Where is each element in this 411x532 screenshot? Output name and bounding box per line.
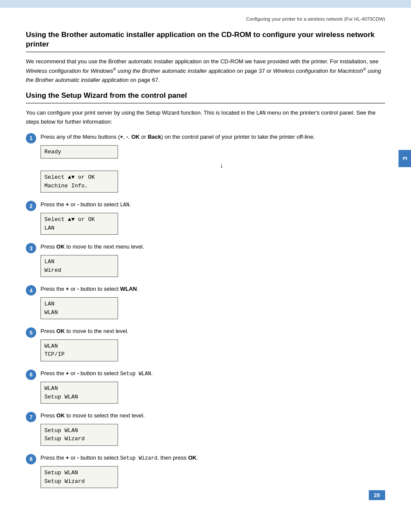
- section1-italic2: Wireless configuration for Macintosh: [273, 68, 363, 74]
- step-1-key2: -: [126, 134, 128, 140]
- section1-divider: [26, 52, 385, 52]
- step-6-content: Press the + or - button to select Setup …: [40, 369, 385, 405]
- steps-list: 1 Press any of the Menu buttons (+, -, O…: [26, 133, 385, 490]
- step-6-lcd1: WLANSetup WLAN: [40, 382, 118, 404]
- step-1: 1 Press any of the Menu buttons (+, -, O…: [26, 133, 385, 194]
- step-5-bold: OK: [56, 328, 65, 334]
- step-1-lcd2: Select ▲▼ or OKMachine Info.: [40, 171, 118, 193]
- step-4-lcd1: LANWLAN: [40, 297, 118, 319]
- step-number-7: 7: [26, 412, 36, 422]
- step-3-bold: OK: [56, 243, 65, 250]
- step-4-text: Press the + or - button to select WLAN.: [40, 285, 385, 294]
- step-7-bold: OK: [56, 412, 65, 419]
- step-4-wlan: WLAN: [120, 286, 137, 292]
- step-number-5: 5: [26, 327, 36, 338]
- step-2-bold2: -: [77, 201, 79, 208]
- section2-divider: [26, 103, 385, 103]
- lan-mono: LAN: [256, 110, 266, 116]
- step-2-text: Press the + or - button to select LAN.: [40, 200, 385, 209]
- step-1-lcd1: Ready: [40, 145, 118, 159]
- step-2-mono: LAN: [120, 202, 130, 208]
- section2-title: Using the Setup Wizard from the control …: [26, 91, 385, 100]
- top-bar: [0, 0, 411, 8]
- step-7-text: Press OK to move to select the next leve…: [40, 411, 385, 420]
- step-number-4: 4: [26, 285, 36, 296]
- step-5: 5 Press OK to move to the next level. WL…: [26, 327, 385, 363]
- step-8-bold: +: [66, 454, 69, 461]
- step-2-lcd1: Select ▲▼ or OKLAN: [40, 213, 118, 235]
- step-6-bold: +: [66, 370, 69, 376]
- section1-title: Using the Brother automatic installer ap…: [26, 30, 385, 49]
- step-number-6: 6: [26, 370, 36, 380]
- step-5-lcd1: WLANTCP/IP: [40, 339, 118, 361]
- step-7-content: Press OK to move to select the next leve…: [40, 411, 385, 448]
- step-8-ok: OK: [188, 454, 197, 461]
- step-8-lcd1: Setup WLANSetup Wizard: [40, 466, 118, 488]
- step-4: 4 Press the + or - button to select WLAN…: [26, 285, 385, 321]
- step-1-text: Press any of the Menu buttons (+, -, OK …: [40, 133, 385, 142]
- step-2-bold: +: [66, 201, 69, 208]
- step-1-keys: +: [120, 134, 123, 140]
- step-2-content: Press the + or - button to select LAN. S…: [40, 200, 385, 236]
- step-4-bold2: -: [77, 286, 79, 292]
- step-1-arrow: ↓: [58, 162, 385, 169]
- section1-italic1: Wireless configuration for Windows: [26, 68, 113, 74]
- step-number-2: 2: [26, 201, 36, 211]
- step-6-bold2: -: [77, 370, 79, 376]
- step-3-lcd1: LANWired: [40, 255, 118, 277]
- step-6-mono: Setup WLAN: [120, 371, 151, 377]
- step-number-8: 8: [26, 454, 36, 464]
- step-7: 7 Press OK to move to select the next le…: [26, 411, 385, 448]
- step-5-text: Press OK to move to the next level.: [40, 327, 385, 336]
- step-8-bold2: -: [77, 454, 79, 461]
- step-1-content: Press any of the Menu buttons (+, -, OK …: [40, 133, 385, 194]
- step-number-3: 3: [26, 243, 36, 253]
- section1-text3: on page 67.: [128, 77, 159, 83]
- step-6-text: Press the + or - button to select Setup …: [40, 369, 385, 378]
- side-tab: 3: [399, 150, 411, 167]
- step-1-key4: Back: [148, 134, 161, 140]
- breadcrumb: Configuring your printer for a wireless …: [26, 16, 385, 22]
- page-container: Configuring your printer for a wireless …: [0, 8, 411, 513]
- section1-text1: We recommend that you use the Brother au…: [26, 58, 378, 65]
- step-5-content: Press OK to move to the next level. WLAN…: [40, 327, 385, 363]
- page-number: 28: [369, 490, 385, 500]
- section1-text2: on page 37 or: [235, 68, 273, 74]
- step-4-content: Press the + or - button to select WLAN. …: [40, 285, 385, 321]
- step-3-content: Press OK to move to the next menu level.…: [40, 243, 385, 279]
- section2: Using the Setup Wizard from the control …: [26, 91, 385, 127]
- section1-italic1b: using the Brother automatic installer ap…: [116, 68, 235, 74]
- step-8-text: Press the + or - button to select Setup …: [40, 454, 385, 463]
- step-2: 2 Press the + or - button to select LAN.…: [26, 200, 385, 236]
- step-8-content: Press the + or - button to select Setup …: [40, 454, 385, 490]
- section1-reg2: ®: [363, 67, 366, 72]
- step-number-1: 1: [26, 133, 36, 143]
- section1: Using the Brother automatic installer ap…: [26, 30, 385, 85]
- step-8-mono: Setup Wizard: [120, 455, 157, 461]
- step-8: 8 Press the + or - button to select Setu…: [26, 454, 385, 490]
- step-3: 3 Press OK to move to the next menu leve…: [26, 243, 385, 279]
- step-4-bold: +: [66, 286, 69, 292]
- step-7-lcd1: Setup WLANSetup Wizard: [40, 424, 118, 446]
- step-3-text: Press OK to move to the next menu level.: [40, 243, 385, 252]
- step-1-key3: OK: [131, 134, 140, 140]
- step-6: 6 Press the + or - button to select Setu…: [26, 369, 385, 405]
- section1-body: We recommend that you use the Brother au…: [26, 57, 385, 85]
- section2-intro: You can configure your print server by u…: [26, 109, 385, 127]
